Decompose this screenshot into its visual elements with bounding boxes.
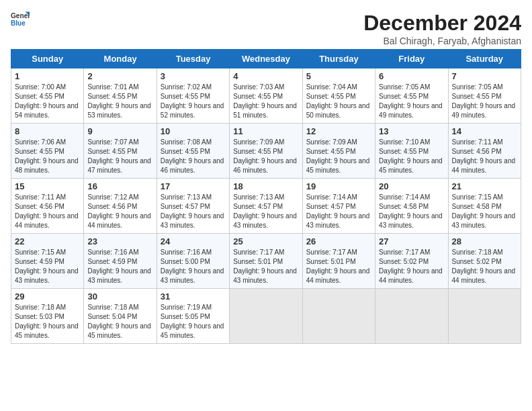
day-number: 6 xyxy=(379,71,444,81)
calendar-cell xyxy=(230,289,302,344)
day-number: 16 xyxy=(87,181,152,191)
calendar-cell: 15Sunrise: 7:11 AMSunset: 4:56 PMDayligh… xyxy=(11,179,84,234)
day-info: Sunrise: 7:14 AMSunset: 4:58 PMDaylight:… xyxy=(379,193,444,230)
calendar-cell: 18Sunrise: 7:13 AMSunset: 4:57 PMDayligh… xyxy=(230,179,302,234)
calendar-cell: 26Sunrise: 7:17 AMSunset: 5:01 PMDayligh… xyxy=(302,234,375,289)
day-number: 5 xyxy=(306,71,371,81)
calendar-week-row: 15Sunrise: 7:11 AMSunset: 4:56 PMDayligh… xyxy=(11,179,521,234)
day-info: Sunrise: 7:17 AMSunset: 5:01 PMDaylight:… xyxy=(306,248,371,285)
calendar-cell: 4Sunrise: 7:03 AMSunset: 4:55 PMDaylight… xyxy=(230,68,302,124)
day-number: 25 xyxy=(233,236,298,246)
day-info: Sunrise: 7:11 AMSunset: 4:56 PMDaylight:… xyxy=(452,138,517,175)
day-number: 2 xyxy=(87,71,152,81)
day-number: 8 xyxy=(15,126,80,136)
day-info: Sunrise: 7:15 AMSunset: 4:58 PMDaylight:… xyxy=(452,193,517,230)
calendar-cell: 8Sunrise: 7:06 AMSunset: 4:55 PMDaylight… xyxy=(11,124,84,179)
calendar-week-row: 1Sunrise: 7:00 AMSunset: 4:55 PMDaylight… xyxy=(11,68,521,124)
calendar-cell: 5Sunrise: 7:04 AMSunset: 4:55 PMDaylight… xyxy=(302,68,375,124)
day-info: Sunrise: 7:07 AMSunset: 4:55 PMDaylight:… xyxy=(87,138,152,175)
calendar-cell: 9Sunrise: 7:07 AMSunset: 4:55 PMDaylight… xyxy=(84,124,157,179)
col-header-wednesday: Wednesday xyxy=(230,50,302,68)
day-number: 22 xyxy=(15,236,80,246)
day-number: 26 xyxy=(306,236,371,246)
day-number: 17 xyxy=(161,181,226,191)
day-info: Sunrise: 7:13 AMSunset: 4:57 PMDaylight:… xyxy=(233,193,298,230)
calendar-cell: 16Sunrise: 7:12 AMSunset: 4:56 PMDayligh… xyxy=(84,179,157,234)
calendar-cell: 6Sunrise: 7:05 AMSunset: 4:55 PMDaylight… xyxy=(375,68,448,124)
day-info: Sunrise: 7:04 AMSunset: 4:55 PMDaylight:… xyxy=(306,83,371,120)
day-number: 4 xyxy=(233,71,298,81)
day-number: 15 xyxy=(15,181,80,191)
day-info: Sunrise: 7:11 AMSunset: 4:56 PMDaylight:… xyxy=(15,193,80,230)
col-header-thursday: Thursday xyxy=(302,50,375,68)
day-info: Sunrise: 7:17 AMSunset: 5:02 PMDaylight:… xyxy=(379,248,444,285)
day-number: 27 xyxy=(379,236,444,246)
col-header-saturday: Saturday xyxy=(448,50,521,68)
day-number: 18 xyxy=(233,181,298,191)
day-info: Sunrise: 7:16 AMSunset: 4:59 PMDaylight:… xyxy=(87,248,152,285)
day-number: 7 xyxy=(452,71,517,81)
day-number: 12 xyxy=(306,126,371,136)
day-info: Sunrise: 7:19 AMSunset: 5:05 PMDaylight:… xyxy=(161,303,226,340)
calendar-header-row: SundayMondayTuesdayWednesdayThursdayFrid… xyxy=(11,50,521,68)
calendar-cell: 7Sunrise: 7:05 AMSunset: 4:55 PMDaylight… xyxy=(448,68,521,124)
day-number: 31 xyxy=(161,291,226,302)
calendar-cell: 17Sunrise: 7:13 AMSunset: 4:57 PMDayligh… xyxy=(157,179,229,234)
logo-icon: General Blue xyxy=(11,11,30,30)
logo: General Blue xyxy=(11,11,30,30)
calendar-subtitle: Bal Chiragh, Faryab, Afghanistan xyxy=(363,36,521,46)
day-info: Sunrise: 7:00 AMSunset: 4:55 PMDaylight:… xyxy=(15,83,80,120)
day-info: Sunrise: 7:15 AMSunset: 4:59 PMDaylight:… xyxy=(15,248,80,285)
calendar-cell: 2Sunrise: 7:01 AMSunset: 4:55 PMDaylight… xyxy=(84,68,157,124)
svg-text:Blue: Blue xyxy=(11,19,26,27)
day-number: 20 xyxy=(379,181,444,191)
day-info: Sunrise: 7:05 AMSunset: 4:55 PMDaylight:… xyxy=(379,83,444,120)
page-header: General Blue December 2024 Bal Chiragh, … xyxy=(11,11,521,46)
calendar-cell: 27Sunrise: 7:17 AMSunset: 5:02 PMDayligh… xyxy=(375,234,448,289)
day-info: Sunrise: 7:08 AMSunset: 4:55 PMDaylight:… xyxy=(161,138,226,175)
day-number: 11 xyxy=(233,126,298,136)
day-number: 1 xyxy=(15,71,80,81)
day-info: Sunrise: 7:16 AMSunset: 5:00 PMDaylight:… xyxy=(161,248,226,285)
day-number: 23 xyxy=(87,236,152,246)
day-info: Sunrise: 7:10 AMSunset: 4:55 PMDaylight:… xyxy=(379,138,444,175)
calendar-title: December 2024 xyxy=(363,11,521,36)
day-info: Sunrise: 7:05 AMSunset: 4:55 PMDaylight:… xyxy=(452,83,517,120)
calendar-cell: 11Sunrise: 7:09 AMSunset: 4:55 PMDayligh… xyxy=(230,124,302,179)
calendar-cell: 23Sunrise: 7:16 AMSunset: 4:59 PMDayligh… xyxy=(84,234,157,289)
calendar-cell xyxy=(448,289,521,344)
col-header-friday: Friday xyxy=(375,50,448,68)
calendar-cell: 21Sunrise: 7:15 AMSunset: 4:58 PMDayligh… xyxy=(448,179,521,234)
day-info: Sunrise: 7:06 AMSunset: 4:55 PMDaylight:… xyxy=(15,138,80,175)
day-info: Sunrise: 7:12 AMSunset: 4:56 PMDaylight:… xyxy=(87,193,152,230)
calendar-cell: 28Sunrise: 7:18 AMSunset: 5:02 PMDayligh… xyxy=(448,234,521,289)
calendar-cell: 22Sunrise: 7:15 AMSunset: 4:59 PMDayligh… xyxy=(11,234,84,289)
day-info: Sunrise: 7:02 AMSunset: 4:55 PMDaylight:… xyxy=(161,83,226,120)
day-info: Sunrise: 7:17 AMSunset: 5:01 PMDaylight:… xyxy=(233,248,298,285)
calendar-cell: 30Sunrise: 7:18 AMSunset: 5:04 PMDayligh… xyxy=(84,289,157,344)
calendar-cell xyxy=(302,289,375,344)
day-number: 30 xyxy=(87,291,152,302)
day-number: 10 xyxy=(161,126,226,136)
day-number: 19 xyxy=(306,181,371,191)
day-number: 13 xyxy=(379,126,444,136)
day-info: Sunrise: 7:13 AMSunset: 4:57 PMDaylight:… xyxy=(161,193,226,230)
calendar-cell: 20Sunrise: 7:14 AMSunset: 4:58 PMDayligh… xyxy=(375,179,448,234)
col-header-tuesday: Tuesday xyxy=(157,50,229,68)
calendar-cell: 13Sunrise: 7:10 AMSunset: 4:55 PMDayligh… xyxy=(375,124,448,179)
day-info: Sunrise: 7:18 AMSunset: 5:04 PMDaylight:… xyxy=(87,303,152,340)
day-info: Sunrise: 7:03 AMSunset: 4:55 PMDaylight:… xyxy=(233,83,298,120)
day-number: 24 xyxy=(161,236,226,246)
calendar-cell: 3Sunrise: 7:02 AMSunset: 4:55 PMDaylight… xyxy=(157,68,229,124)
calendar-week-row: 29Sunrise: 7:18 AMSunset: 5:03 PMDayligh… xyxy=(11,289,521,344)
day-info: Sunrise: 7:14 AMSunset: 4:57 PMDaylight:… xyxy=(306,193,371,230)
calendar-cell: 12Sunrise: 7:09 AMSunset: 4:55 PMDayligh… xyxy=(302,124,375,179)
day-number: 14 xyxy=(452,126,517,136)
day-number: 9 xyxy=(87,126,152,136)
day-info: Sunrise: 7:01 AMSunset: 4:55 PMDaylight:… xyxy=(87,83,152,120)
day-info: Sunrise: 7:18 AMSunset: 5:02 PMDaylight:… xyxy=(452,248,517,285)
calendar-cell: 31Sunrise: 7:19 AMSunset: 5:05 PMDayligh… xyxy=(157,289,229,344)
col-header-sunday: Sunday xyxy=(11,50,84,68)
calendar-week-row: 22Sunrise: 7:15 AMSunset: 4:59 PMDayligh… xyxy=(11,234,521,289)
calendar-week-row: 8Sunrise: 7:06 AMSunset: 4:55 PMDaylight… xyxy=(11,124,521,179)
